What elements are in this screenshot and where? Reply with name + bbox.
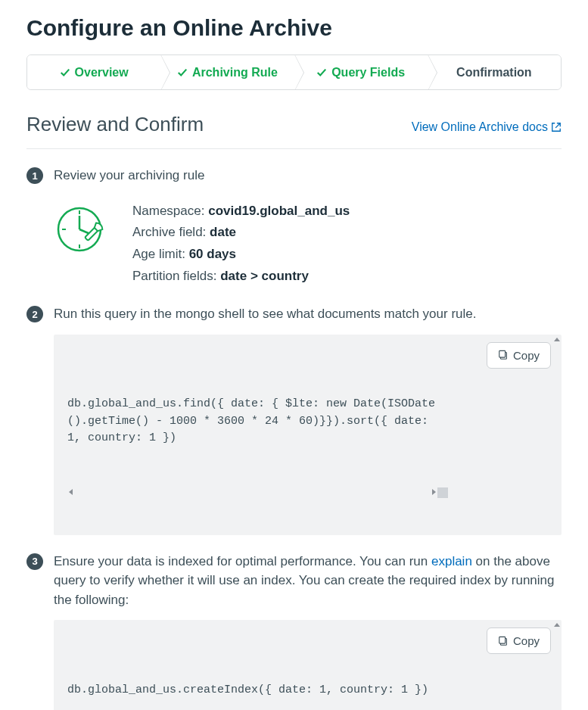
copy-label: Copy xyxy=(513,634,540,647)
step-label: Overview xyxy=(75,66,129,79)
step-archiving-rule[interactable]: Archiving Rule xyxy=(160,55,294,89)
docs-link[interactable]: View Online Archive docs xyxy=(412,120,562,134)
scroll-up-icon xyxy=(554,338,560,341)
copy-button[interactable]: Copy xyxy=(487,342,551,369)
section-header: Review and Confirm View Online Archive d… xyxy=(26,113,562,149)
review-step-1: 1 Review your archiving rule xyxy=(26,166,562,288)
copy-label: Copy xyxy=(513,349,540,362)
step-confirmation[interactable]: Confirmation xyxy=(428,55,561,89)
step-number-badge: 1 xyxy=(26,167,43,184)
review-step-2: 2 Run this query in the mongo shell to s… xyxy=(26,304,562,535)
step-query-fields[interactable]: Query Fields xyxy=(294,55,428,89)
namespace-value: covid19.global_and_us xyxy=(208,204,350,218)
step-label: Confirmation xyxy=(456,66,532,79)
external-link-icon xyxy=(551,122,562,132)
archive-field-value: date xyxy=(210,225,236,239)
step-2-text: Run this query in the mongo shell to see… xyxy=(54,304,562,324)
docs-link-label: View Online Archive docs xyxy=(412,120,548,134)
step-1-text: Review your archiving rule xyxy=(54,166,562,185)
explain-link[interactable]: explain xyxy=(431,554,472,568)
copy-button[interactable]: Copy xyxy=(487,627,551,654)
svg-rect-9 xyxy=(499,350,506,357)
step-label: Archiving Rule xyxy=(192,66,278,79)
step-label: Query Fields xyxy=(331,66,405,79)
check-icon xyxy=(316,67,327,78)
rule-details: Namespace: covid19.global_and_us Archive… xyxy=(132,201,350,288)
section-heading: Review and Confirm xyxy=(26,113,204,136)
copy-icon xyxy=(498,350,509,360)
query-code-block[interactable]: db.global_and_us.find({ date: { $lte: ne… xyxy=(54,335,562,535)
index-code: db.global_and_us.createIndex({ date: 1, … xyxy=(67,682,448,710)
step-number-badge: 3 xyxy=(26,553,43,570)
check-icon xyxy=(60,67,70,78)
partition-value: date > country xyxy=(220,269,309,283)
age-limit-label: Age limit: xyxy=(132,247,189,261)
step-overview[interactable]: Overview xyxy=(27,55,160,89)
clock-wrench-icon xyxy=(55,204,111,266)
archive-field-label: Archive field: xyxy=(132,225,210,239)
check-icon xyxy=(177,67,188,78)
partition-label: Partition fields: xyxy=(132,269,220,283)
index-code-block[interactable]: db.global_and_us.createIndex({ date: 1, … xyxy=(54,620,562,710)
horizontal-scrollbar[interactable] xyxy=(67,487,448,498)
scroll-up-icon xyxy=(554,623,560,627)
namespace-label: Namespace: xyxy=(132,204,208,218)
page-title: Configure an Online Archive xyxy=(26,15,562,41)
step-3-text: Ensure your data is indexed for optimal … xyxy=(54,552,562,610)
age-limit-value: 60 days xyxy=(189,247,236,261)
wizard-steps: Overview Archiving Rule Query Fields Con… xyxy=(26,54,562,90)
svg-rect-11 xyxy=(499,637,506,643)
copy-icon xyxy=(498,636,509,646)
query-code: db.global_and_us.find({ date: { $lte: ne… xyxy=(67,396,448,447)
step-number-badge: 2 xyxy=(26,306,43,322)
review-step-3: 3 Ensure your data is indexed for optima… xyxy=(26,552,562,710)
